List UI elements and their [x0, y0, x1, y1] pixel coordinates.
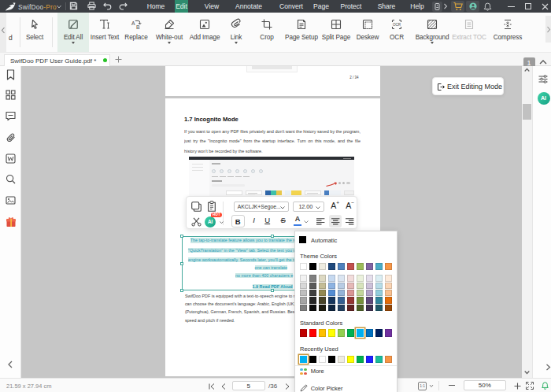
svg-text:A: A	[131, 20, 135, 26]
svg-text:B: B	[136, 24, 140, 30]
svg-text:OCR: OCR	[393, 23, 401, 27]
